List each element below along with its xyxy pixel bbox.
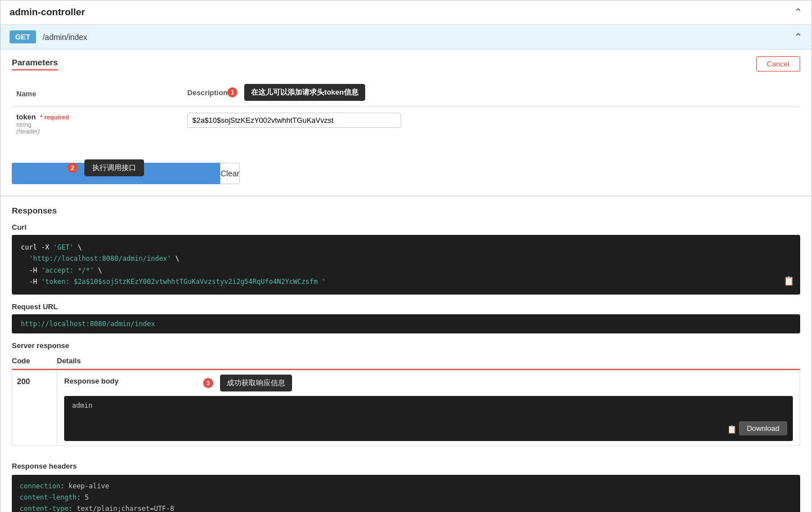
action-buttons: Execute Clear (12, 163, 62, 184)
curl-block: curl -X 'GET' \ 'http://localhost:8080/a… (12, 235, 800, 295)
response-code-header: Code (12, 357, 57, 365)
header-value-3: : text/plain;charset=UTF-8 (69, 505, 174, 512)
get-bar-chevron-icon[interactable]: ⌃ (794, 31, 802, 43)
curl-label: Curl (12, 223, 800, 231)
param-name-cell: token * required string (header) (12, 107, 183, 141)
response-details-cell: Response body 3 成功获取响应信息 admin 📋 Downloa… (57, 370, 800, 446)
response-headers-block: connection: keep-alive content-length: 5… (12, 475, 800, 512)
params-table: Name Description 1 在这儿可以添加请求头token信息 tok… (12, 81, 800, 140)
response-headers-label: Response headers (12, 462, 800, 470)
curl-line-4: -H 'token: $2a$10$sojStzKEzY002vtwhhtTGu… (21, 276, 791, 287)
param-required: * required (40, 114, 69, 121)
response-table-header: Code Details (12, 354, 800, 369)
response-code-cell: 200 (12, 370, 57, 446)
col-name-header: Name (12, 81, 183, 107)
page-title: admin-controller (10, 7, 85, 18)
execute-tooltip-row: Execute Clear 2 执行调用接口 (12, 152, 800, 184)
responses-section: Responses Curl curl -X 'GET' \ 'http://l… (1, 196, 811, 455)
download-button[interactable]: Download (739, 421, 787, 435)
collapse-icon[interactable]: ⌃ (794, 6, 802, 19)
curl-line-1: curl -X 'GET' \ (21, 242, 791, 253)
tooltip-badge-1: 1 (227, 87, 237, 97)
header-line-1: connection: keep-alive (20, 480, 792, 492)
get-bar: GET /admin/index ⌃ (1, 25, 811, 50)
title-bar: admin-controller ⌃ (1, 1, 811, 25)
tooltip-bubble-3: 成功获取响应信息 (220, 375, 292, 391)
curl-line-3: -H 'accept: */*' \ (21, 265, 791, 276)
response-annotation-row: Response body 3 成功获取响应信息 (64, 375, 793, 391)
server-response-label: Server response (12, 341, 800, 350)
response-code-value: 200 (17, 377, 30, 386)
parameters-section: Parameters Cancel Name Description 1 在这儿… (1, 50, 811, 195)
table-row: token * required string (header) (12, 107, 800, 141)
param-input-cell (183, 107, 800, 141)
response-body-code: admin 📋 Download (64, 396, 793, 441)
response-row: 200 Response body 3 成功获取响应信息 admin 📋 Dow… (12, 369, 800, 446)
param-name: token (16, 113, 36, 121)
curl-line-2: 'http://localhost:8080/admin/index' \ (21, 253, 791, 264)
col-description-text: Description (187, 88, 228, 97)
app-window: admin-controller ⌃ GET /admin/index ⌃ Pa… (0, 0, 812, 512)
response-headers-section: Response headers connection: keep-alive … (1, 455, 811, 512)
action-buttons-area: Execute Clear 2 执行调用接口 (12, 152, 800, 184)
header-value-1: : keep-alive (60, 482, 109, 490)
tooltip-bubble-2: 执行调用接口 (84, 159, 144, 176)
param-type: string (16, 121, 178, 128)
header-value-2: : 5 (77, 493, 89, 501)
request-url-label: Request URL (12, 302, 800, 311)
cancel-button[interactable]: Cancel (756, 56, 800, 72)
curl-copy-icon[interactable]: 📋 (783, 273, 795, 288)
method-badge: GET (10, 30, 36, 43)
header-line-3: content-type: text/plain;charset=UTF-8 (20, 503, 792, 512)
response-details-header: Details (57, 357, 81, 365)
responses-title: Responses (12, 206, 800, 215)
tooltip-bubble-1: 在这儿可以添加请求头token信息 (244, 84, 365, 101)
header-line-2: content-length: 5 (20, 492, 792, 503)
response-body-label: Response body (64, 377, 119, 385)
response-copy-icon[interactable]: 📋 (727, 425, 737, 434)
api-path: /admin/index (43, 33, 794, 42)
param-location: (header) (16, 128, 178, 135)
col-description-header: Description 1 在这儿可以添加请求头token信息 (183, 81, 800, 107)
parameters-title: Parameters (12, 57, 58, 70)
clear-button[interactable]: Clear (220, 163, 240, 184)
response-body-content: admin (72, 402, 92, 409)
tooltip-row-1: Description 1 在这儿可以添加请求头token信息 (187, 84, 796, 101)
tooltip-badge-3: 3 (203, 378, 213, 388)
token-input[interactable] (187, 113, 401, 128)
parameters-header: Parameters Cancel (12, 50, 800, 72)
url-block: http://localhost:8080/admin/index (12, 314, 800, 333)
